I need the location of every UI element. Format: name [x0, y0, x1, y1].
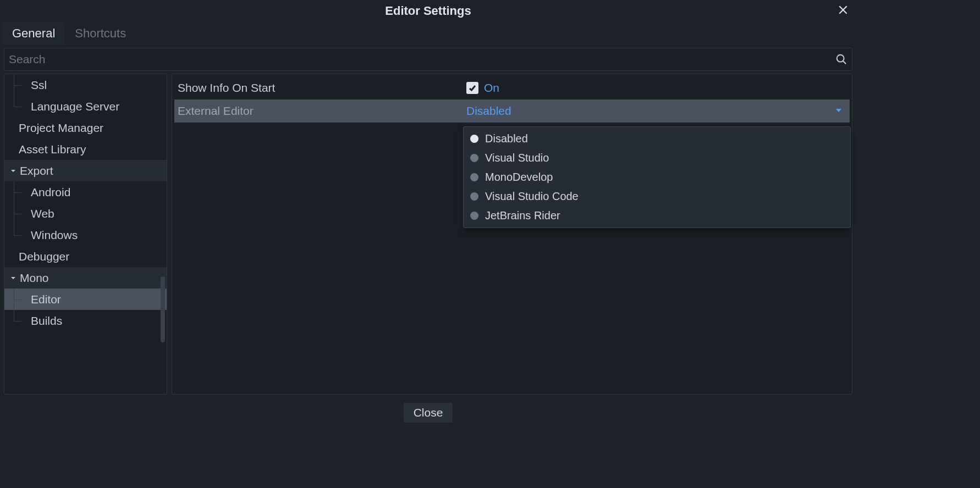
setting-label: External Editor: [174, 104, 463, 118]
dropdown-option-monodevelop[interactable]: MonoDevelop: [464, 168, 850, 187]
sidebar-tree[interactable]: Ssl Language Server Project Manager Asse…: [4, 74, 167, 395]
close-button[interactable]: Close: [404, 403, 453, 423]
sidebar-item-builds[interactable]: Builds: [4, 310, 167, 331]
sidebar-item-asset-library[interactable]: Asset Library: [4, 138, 167, 160]
dropdown-option-visual-studio[interactable]: Visual Studio: [464, 148, 850, 168]
dropdown-option-jetbrains-rider[interactable]: JetBrains Rider: [464, 206, 850, 225]
setting-show-info-on-start: Show Info On Start On: [174, 76, 850, 99]
search-input[interactable]: [9, 53, 835, 66]
svg-line-3: [843, 61, 846, 64]
svg-point-2: [837, 55, 844, 62]
settings-panel: Show Info On Start On External Editor Di…: [172, 74, 852, 395]
search-bar[interactable]: [4, 48, 852, 71]
radio-icon: [470, 154, 478, 162]
sidebar-item-editor[interactable]: Editor: [4, 289, 167, 310]
sidebar-item-project-manager[interactable]: Project Manager: [4, 117, 167, 138]
sidebar-item-web[interactable]: Web: [4, 203, 167, 224]
chevron-down-icon: [834, 104, 843, 118]
sidebar-item-language-server[interactable]: Language Server: [4, 96, 167, 117]
external-editor-dropdown-menu[interactable]: Disabled Visual Studio MonoDevelop Visua…: [463, 126, 851, 228]
chevron-down-icon: [9, 275, 18, 281]
setting-external-editor: External Editor Disabled: [174, 99, 850, 123]
tab-bar: General Shortcuts: [0, 22, 856, 45]
chevron-down-icon: [9, 168, 18, 174]
sidebar-item-windows[interactable]: Windows: [4, 224, 167, 246]
radio-icon: [470, 212, 478, 220]
search-icon: [835, 53, 847, 65]
window-header: Editor Settings: [0, 0, 856, 22]
setting-label: Show Info On Start: [174, 81, 463, 95]
dropdown-option-disabled[interactable]: Disabled: [464, 129, 850, 148]
sidebar-item-debugger[interactable]: Debugger: [4, 246, 167, 267]
window-title: Editor Settings: [385, 4, 471, 18]
radio-icon: [470, 192, 478, 201]
sidebar-item-mono[interactable]: Mono: [4, 267, 167, 289]
tab-shortcuts[interactable]: Shortcuts: [65, 22, 136, 45]
sidebar-item-android[interactable]: Android: [4, 181, 167, 203]
sidebar-item-ssl[interactable]: Ssl: [4, 74, 167, 96]
sidebar-item-export[interactable]: Export: [4, 160, 167, 181]
show-info-checkbox[interactable]: [466, 82, 478, 94]
dropdown-selected: Disabled: [466, 104, 511, 118]
radio-icon: [470, 173, 478, 181]
tab-general[interactable]: General: [2, 22, 65, 45]
footer: Close: [0, 399, 856, 426]
dropdown-option-visual-studio-code[interactable]: Visual Studio Code: [464, 187, 850, 206]
checkbox-on-label: On: [484, 81, 499, 95]
close-icon[interactable]: [836, 3, 850, 16]
radio-icon: [470, 135, 478, 143]
sidebar-scrollbar[interactable]: [161, 276, 165, 342]
external-editor-dropdown[interactable]: Disabled: [466, 104, 850, 118]
